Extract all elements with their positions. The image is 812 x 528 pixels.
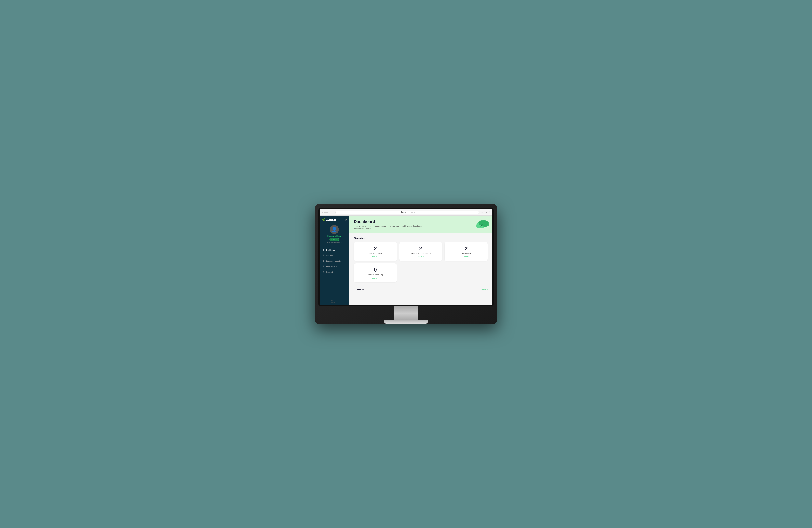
dashboard-subtitle: Presents an overview of platform content… bbox=[354, 225, 423, 230]
stat-card-learning-nuggets-created: 2 Learning Nuggets Created See all > bbox=[399, 242, 443, 261]
sidebar-item-dashboard[interactable]: ⊞ Dashboard bbox=[320, 247, 349, 253]
monitor-outer: ‹ › c4learn.coreu.eu ⊕ ↑ + ⊟ bbox=[315, 204, 497, 324]
leaf-decoration bbox=[473, 217, 489, 232]
browser-chrome: ‹ › c4learn.coreu.eu ⊕ ↑ + ⊟ bbox=[320, 209, 492, 216]
sidebar-logo-area: 🌿 COREu ⚙ bbox=[320, 216, 349, 223]
main-content: Dashboard Presents an overview of platfo… bbox=[349, 216, 492, 305]
profile-email: dnext@domina-biella.it bbox=[327, 242, 342, 243]
support-icon: ▧ bbox=[322, 271, 325, 273]
dashboard-header-banner: Dashboard Presents an overview of platfo… bbox=[349, 216, 492, 233]
courses-remaining-number: 0 bbox=[374, 267, 377, 273]
new-tab-button[interactable]: + bbox=[486, 211, 488, 214]
dashboard-title: Dashboard bbox=[354, 219, 488, 224]
minimize-dot bbox=[324, 212, 325, 213]
sidebar-item-learning-nuggets[interactable]: ▦ Learning Nuggets bbox=[320, 258, 349, 263]
back-button[interactable]: ‹ bbox=[330, 211, 331, 214]
courses-remaining-see-all[interactable]: See all > bbox=[372, 277, 378, 279]
all-courses-number: 2 bbox=[465, 245, 467, 252]
forward-button[interactable]: › bbox=[332, 211, 334, 214]
stat-card-all-courses: 2 All Courses See all > bbox=[445, 242, 488, 261]
settings-icon[interactable]: ⚙ bbox=[345, 218, 347, 221]
creator-badge: Creator bbox=[329, 238, 339, 241]
extensions-button[interactable]: ⊟ bbox=[489, 211, 491, 214]
courses-section-header: Courses See all > bbox=[349, 286, 492, 292]
avatar: 👤 bbox=[330, 225, 339, 234]
profile-name: Domina srl Italy bbox=[328, 235, 341, 237]
stat-card-courses-created: 2 Courses Created See all > bbox=[354, 242, 397, 261]
close-dot bbox=[321, 212, 323, 213]
monitor-stand-neck bbox=[394, 306, 418, 320]
sidebar-item-label-learning-nuggets: Learning Nuggets bbox=[326, 260, 340, 262]
logo-leaf-icon: 🌿 bbox=[321, 218, 325, 222]
courses-icon: ▤ bbox=[322, 254, 325, 257]
learning-nuggets-icon: ▦ bbox=[322, 259, 325, 262]
browser-window-controls bbox=[321, 212, 328, 213]
app-layout: 🌿 COREu ⚙ 👤 Domina srl Italy Creator d bbox=[320, 216, 492, 305]
overview-stats-grid: 2 Courses Created See all > 2 Learning N… bbox=[354, 242, 488, 261]
maximize-dot bbox=[327, 212, 328, 213]
share-button[interactable]: ↑ bbox=[484, 211, 485, 214]
sidebar-item-label-files-media: Files & Media bbox=[326, 266, 337, 268]
overview-section-title: Overview bbox=[354, 237, 488, 240]
learning-nuggets-created-label: Learning Nuggets Created bbox=[410, 253, 431, 254]
sidebar: 🌿 COREu ⚙ 👤 Domina srl Italy Creator d bbox=[320, 216, 349, 305]
all-courses-see-all[interactable]: See all > bbox=[463, 256, 469, 258]
browser-navigation: ‹ › bbox=[330, 211, 334, 214]
monitor-screen: ‹ › c4learn.coreu.eu ⊕ ↑ + ⊟ bbox=[320, 209, 492, 305]
monitor-shell: ‹ › c4learn.coreu.eu ⊕ ↑ + ⊟ bbox=[315, 204, 497, 324]
learning-nuggets-created-number: 2 bbox=[419, 245, 422, 252]
sidebar-item-label-courses: Courses bbox=[326, 255, 333, 256]
dashboard-icon: ⊞ bbox=[322, 248, 325, 251]
all-courses-label: All Courses bbox=[462, 253, 470, 254]
stat-card-courses-remaining: 0 Courses Remaining See all > bbox=[354, 263, 397, 282]
monitor-stand-base bbox=[384, 320, 428, 324]
app-logo: 🌿 COREu bbox=[321, 218, 336, 222]
footer-logo: COREu powered bbox=[321, 299, 347, 303]
courses-remaining-label: Courses Remaining bbox=[368, 274, 383, 275]
sidebar-item-label-support: Support bbox=[326, 271, 333, 273]
courses-created-see-all[interactable]: See all > bbox=[372, 256, 378, 258]
sidebar-footer: COREu powered bbox=[320, 297, 349, 305]
courses-section-title: Courses bbox=[354, 288, 364, 291]
learning-nuggets-created-see-all[interactable]: See all > bbox=[418, 256, 424, 258]
logo-text-label: COREu bbox=[326, 218, 336, 222]
sidebar-item-courses[interactable]: ▤ Courses bbox=[320, 253, 349, 258]
overview-section: Overview 2 Courses Created See all > bbox=[349, 233, 492, 286]
courses-created-number: 2 bbox=[374, 245, 377, 252]
files-media-icon: ▨ bbox=[322, 265, 325, 268]
bookmark-button[interactable]: ⊕ bbox=[481, 211, 482, 214]
user-profile-section: 👤 Domina srl Italy Creator dnext@domina-… bbox=[320, 223, 349, 245]
sidebar-nav: ⊞ Dashboard ▤ Courses ▦ Learning Nuggets bbox=[320, 245, 349, 297]
browser-action-buttons: ⊕ ↑ + ⊟ bbox=[481, 211, 491, 214]
courses-created-label: Courses Created bbox=[369, 253, 382, 254]
avatar-icon: 👤 bbox=[332, 227, 337, 232]
overview-bottom-grid: 0 Courses Remaining See all > bbox=[354, 263, 488, 282]
address-bar[interactable]: c4learn.coreu.eu bbox=[335, 211, 479, 214]
monitor-screen-bezel: ‹ › c4learn.coreu.eu ⊕ ↑ + ⊟ bbox=[318, 208, 494, 306]
sidebar-item-label-dashboard: Dashboard bbox=[326, 249, 335, 251]
sidebar-item-files-media[interactable]: ▨ Files & Media bbox=[320, 263, 349, 269]
sidebar-item-support[interactable]: ▧ Support bbox=[320, 269, 349, 274]
courses-see-all-link[interactable]: See all > bbox=[480, 288, 488, 290]
